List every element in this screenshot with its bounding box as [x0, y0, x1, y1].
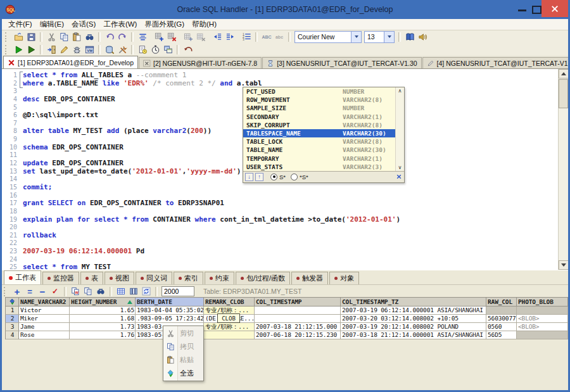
scroll-down-button[interactable]: [559, 260, 569, 270]
grid-cell[interactable]: 1.73: [70, 323, 136, 331]
indent-button[interactable]: [211, 31, 224, 42]
open-file-button[interactable]: [12, 31, 25, 42]
copy-button[interactable]: [58, 31, 70, 42]
scroll-thumb[interactable]: [559, 79, 568, 108]
popup-scroll-down[interactable]: ∨: [396, 165, 403, 170]
column-header[interactable]: REMARK_CLOB: [204, 297, 255, 307]
session-tab-3[interactable]: [3] NGENUSRIUT_TCAT@IUT_TERCAT-V1.30: [262, 57, 421, 68]
context-menu-item-disabled[interactable]: 粘贴: [163, 353, 203, 367]
move-down-button[interactable]: ↓: [245, 173, 253, 181]
grid-cell[interactable]: 2007-03-18 21:12:15.000: [255, 323, 341, 331]
scroll-up-button[interactable]: [559, 69, 569, 79]
close-button[interactable]: [542, 0, 568, 17]
sound-button[interactable]: [416, 31, 429, 42]
autocomplete-item[interactable]: TEMPORARYVARCHAR2(1): [243, 155, 404, 163]
menu-item-3[interactable]: 会话(S): [68, 20, 99, 29]
redo-button[interactable]: [116, 31, 129, 42]
copy-where-button[interactable]: W: [69, 286, 82, 297]
context-menu-item-disabled[interactable]: 剪切: [163, 327, 203, 340]
line-numbers-button[interactable]: 123: [240, 31, 253, 42]
grid-cell[interactable]: [255, 315, 341, 323]
lowercase-button[interactable]: abc: [273, 31, 286, 42]
autocomplete-item[interactable]: ROW_MOVEMENTVARCHAR2(8): [243, 96, 404, 104]
save-button[interactable]: [25, 31, 37, 42]
grid-cell[interactable]: [255, 307, 341, 315]
paste-button[interactable]: [70, 31, 83, 42]
match-mode-radio-2[interactable]: [291, 174, 298, 180]
disconnect-button[interactable]: [45, 44, 58, 55]
grid-cell[interactable]: 1983-04-04 05:35:02: [136, 307, 204, 315]
column-header[interactable]: BERTH_DATE: [136, 297, 204, 307]
update-rec-button[interactable]: =: [23, 286, 36, 297]
menu-item-5[interactable]: 界面外观(G): [141, 20, 188, 29]
grid-cell[interactable]: 1.76: [70, 331, 136, 339]
session-tab-1[interactable]: [1] EDRP3DATA01@EDR_for_Develop: [3, 56, 138, 68]
autocomplete-item[interactable]: USER_STATSVARCHAR2(3): [243, 163, 404, 171]
grid-cell[interactable]: 2007-03-20 03:12:14.008002 +10:05: [341, 315, 486, 323]
rollback-button[interactable]: [182, 44, 194, 55]
context-menu-item-enabled[interactable]: 全选: [163, 367, 203, 380]
grid-cell[interactable]: 1.65: [70, 307, 136, 315]
result-tab-7[interactable]: 约束: [205, 272, 234, 284]
script-window-button[interactable]: VM: [83, 44, 96, 55]
autocomplete-item[interactable]: SECONDARYVARCHAR2(1): [243, 113, 404, 121]
row-number-cell[interactable]: 3: [5, 323, 19, 331]
session-tab-4[interactable]: [4] NGENUSRIUT_TCAT@IUT_TERCAT-V1.30: [422, 57, 570, 68]
uppercase-button[interactable]: ABC: [260, 31, 273, 42]
db-browser-button[interactable]: [103, 44, 116, 55]
grid-cell[interactable]: [517, 307, 568, 315]
autocomplete-item[interactable]: TABLE_NAMEVARCHAR2(30): [243, 146, 404, 154]
menu-item-6[interactable]: 帮助(H): [188, 20, 220, 29]
grid-cell[interactable]: 专业/职称：...: [204, 323, 255, 331]
copy-button[interactable]: [82, 286, 94, 297]
minimize-button[interactable]: [518, 9, 526, 11]
result-tab-6[interactable]: 索引: [174, 272, 203, 284]
select-all-header[interactable]: [5, 297, 19, 307]
row-limit-input[interactable]: [162, 286, 194, 296]
cut-button[interactable]: [45, 31, 58, 42]
tools-button[interactable]: [116, 44, 129, 55]
column-header[interactable]: COL_TIMESTAMP: [255, 297, 341, 307]
menu-item-1[interactable]: 文件(F): [4, 20, 36, 29]
match-mode-radio-1[interactable]: [270, 174, 277, 180]
popup-close-button[interactable]: [396, 174, 402, 180]
result-tab-3[interactable]: 表: [80, 272, 103, 284]
help-book-button[interactable]: [403, 31, 416, 42]
debug-button[interactable]: [70, 44, 83, 55]
refresh-button[interactable]: [140, 286, 153, 297]
insert-col-button[interactable]: [182, 31, 194, 42]
autocomplete-item[interactable]: PCT_USEDNUMBER: [243, 87, 404, 96]
grid-cell[interactable]: Jame: [19, 323, 70, 331]
grid-cell[interactable]: <BLOB>: [517, 315, 568, 323]
column-header[interactable]: HEIGHT_NUMBER: [70, 297, 136, 307]
grid-cell[interactable]: 0560: [486, 323, 517, 331]
find-button[interactable]: [94, 286, 107, 297]
grid-cell[interactable]: [204, 331, 255, 339]
autocomplete-item[interactable]: TABLESPACE_NAMEVARCHAR2(30): [243, 129, 404, 137]
grid-cell[interactable]: 56D5: [486, 331, 517, 339]
grid-cell[interactable]: 2007-03-18 21:12:14.000001 ASIA/SHANGHAI: [341, 331, 486, 339]
result-tab-9[interactable]: 触发器: [291, 272, 328, 284]
windows-button[interactable]: [162, 44, 174, 55]
column-header[interactable]: PHOTO_BLOB: [517, 297, 568, 307]
delete-col-button[interactable]: [194, 31, 207, 42]
format-button[interactable]: [136, 31, 149, 42]
grid-cell[interactable]: .983-09-05 17:23:42: [136, 315, 204, 323]
outdent-button[interactable]: [224, 31, 236, 42]
autocomplete-item[interactable]: SKIP_CORRUPTVARCHAR2(8): [243, 121, 404, 129]
grid-cell[interactable]: 2007-03-19 20:12:14.008002 POLAND: [341, 323, 486, 331]
autocomplete-item[interactable]: SAMPLE_SIZENUMBER: [243, 104, 404, 112]
result-tab-4[interactable]: 视图: [104, 272, 134, 284]
insert-row-button[interactable]: [153, 31, 165, 42]
run-button[interactable]: [12, 44, 25, 55]
grid-cell[interactable]: Victor: [19, 307, 70, 315]
grid-cell[interactable]: <BLOB>: [517, 323, 568, 331]
run-script-button[interactable]: [25, 44, 37, 55]
font-size-select[interactable]: 13: [364, 31, 395, 43]
columns-button[interactable]: [127, 286, 140, 297]
result-tab-8[interactable]: 包/过程/函数: [236, 272, 290, 284]
edit-button[interactable]: [58, 44, 70, 55]
result-tab-2[interactable]: 监控器: [42, 272, 79, 284]
session-tab-2[interactable]: [2] NGENUSR@HIT-IUT-nGEN-7.8: [139, 57, 262, 68]
result-tab-5[interactable]: 同义词: [136, 272, 172, 284]
